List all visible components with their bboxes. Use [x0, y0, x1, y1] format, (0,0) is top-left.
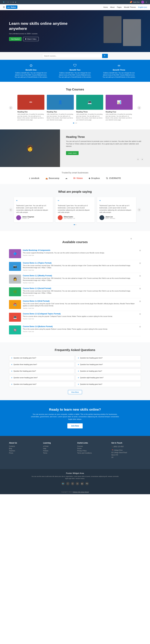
course-desc-2: Add a benefit here. It's perfect for pro… — [76, 113, 103, 121]
footer-youtube-icon[interactable]: ▶ — [81, 482, 84, 485]
courses-prev-button[interactable]: ‹ — [9, 106, 13, 110]
course-expand-icon-2[interactable]: ⊕ — [139, 274, 141, 277]
faq-item-2[interactable]: + Question three heading goes here? — [9, 362, 74, 367]
hamburger-icon[interactable]: ☰ — [3, 6, 5, 8]
course-list-title-6[interactable]: Course Demo 1.6 (Buttons Format) — [23, 326, 108, 328]
footer-link-help[interactable]: Help — [43, 448, 73, 449]
footer-learning-title: Learning — [43, 442, 73, 444]
course-list-title-5[interactable]: Course Demo 1.5 (Collapsed Topics Format… — [23, 313, 113, 315]
course-list-title-3[interactable]: Course Demo 1.3 (Social Format) — [23, 287, 137, 290]
faq-icon-3: + — [78, 364, 79, 366]
search-input[interactable] — [42, 54, 102, 58]
testimonial-avatar-1 — [58, 215, 62, 220]
course-expand-icon-6[interactable]: ⊕ — [139, 326, 141, 328]
footer-link-contacts[interactable]: Contacts — [9, 446, 39, 447]
course-list-title-0[interactable]: Useful Bootstrap 4 Components — [23, 249, 105, 251]
footer: About Us Contacts Blog Teachers Prices L… — [0, 436, 150, 469]
testimonials-next-button[interactable]: › — [137, 208, 141, 212]
top-social-bar: 🐦 f G+ in ▶ ◉ 🔔1 Katie Doe ⚙ — [0, 0, 150, 4]
settings-gear-icon[interactable]: ⚙ — [130, 238, 132, 240]
logo-basecamp: ⛺ Basecamp — [45, 177, 59, 180]
footer-link-policies[interactable]: Policies — [43, 450, 73, 452]
faq-item-7[interactable]: + Question eight heading goes here? — [76, 375, 141, 380]
footer-contact-info: 📞 (800) 123-4567 📍 College Drive 55 Coll… — [111, 446, 141, 459]
course-list-title-1[interactable]: Course Demo 1.1 (Topics Format) — [23, 262, 137, 264]
watch-video-button[interactable]: Watch Video — [23, 37, 39, 41]
footer-googleplus-icon[interactable]: G — [71, 482, 74, 485]
search-button[interactable]: 🔍 — [102, 54, 108, 58]
footer-link-teachers[interactable]: Teachers — [9, 450, 39, 452]
top-courses-section: Top Courses ‹ ✏ Heading One Add a benefi… — [0, 82, 150, 130]
faq-item-5[interactable]: + Question six heading goes here? — [76, 368, 141, 374]
benefit-item-1: 🛡 Benefit Two Outline a benefit here. Yo… — [58, 64, 92, 78]
faq-item-8[interactable]: + Question nine heading goes here? — [9, 382, 74, 387]
logo-cloudflare: ☁ — [65, 177, 67, 180]
testimonials-title: What are people saying — [9, 190, 141, 194]
dot-1[interactable] — [74, 122, 76, 124]
carousel-next-button[interactable]: › — [140, 158, 144, 161]
dot-0[interactable] — [73, 122, 74, 124]
benefit-icon-0: ⊙ — [15, 64, 48, 68]
course-list-title-2[interactable]: Course Demo 1.2 (Weekly Format) — [23, 274, 137, 277]
footer-link-forum[interactable]: Forum — [77, 448, 107, 449]
faq-item-0[interactable]: + Question one heading goes here? — [9, 355, 74, 361]
course-expand-icon-1[interactable]: ⊕ — [139, 262, 141, 264]
carousel-prev-button[interactable]: ‹ — [136, 158, 140, 161]
user-avatar[interactable] — [141, 0, 144, 4]
testimonial-author-1: Olivia Castro San Francisco, US — [58, 215, 92, 220]
footer-linkedin-icon[interactable]: in — [76, 482, 79, 485]
course-desc-1: Add a benefit here. It's perfect for pro… — [47, 113, 74, 121]
footer-link-privacy[interactable]: Privacy Policy — [77, 450, 107, 452]
nav-pages[interactable]: Pages — [117, 6, 121, 8]
join-now-button[interactable]: Join Now — [67, 423, 83, 428]
faq-item-4[interactable]: + Question five heading goes here? — [9, 368, 74, 374]
faq-question-7: Question eight heading goes here? — [80, 377, 104, 378]
testimonial-dot-0[interactable] — [74, 224, 75, 225]
course-list-title-4[interactable]: Course Demo 1.4 (Grid Format) — [23, 300, 137, 302]
footer-instagram-icon[interactable]: 📷 — [85, 482, 89, 485]
footer-facebook-icon[interactable]: f — [66, 482, 69, 485]
rss-icon[interactable]: ◉ — [15, 1, 16, 3]
footer-bottom-link[interactable]: Edwiser Site Setup Wizard — [73, 491, 89, 493]
course-expand-icon-0[interactable]: ⊕ — [139, 249, 141, 252]
google-plus-icon[interactable]: G+ — [8, 1, 9, 3]
carousel-learn-more-button[interactable]: Learn more — [66, 151, 79, 155]
linkedin-icon[interactable]: in — [11, 1, 12, 3]
faq-item-9[interactable]: + Question ten heading goes here? — [76, 382, 141, 387]
course-list-desc-2: This is the course summary excerpt [max:… — [23, 277, 137, 282]
testimonials-prev-button[interactable]: ‹ — [9, 208, 13, 212]
faq-item-1[interactable]: + Question two heading goes here? — [76, 355, 141, 361]
testimonial-dot-1[interactable] — [75, 224, 76, 225]
nav-about[interactable]: About — [110, 6, 115, 8]
course-expand-icon-5[interactable]: ⊕ — [139, 313, 141, 315]
course-list-thumb-3: 🌿 — [9, 287, 21, 296]
footer-link-courses[interactable]: Courses — [77, 446, 107, 447]
faq-title: Frequently Asked Questions — [9, 348, 141, 352]
facebook-icon[interactable]: f — [6, 1, 6, 3]
benefit-item-2: ∞ Benefit Three Outline a benefit here. … — [102, 64, 135, 78]
course-expand-icon-4[interactable]: ⊕ — [139, 300, 141, 302]
dot-2[interactable] — [76, 122, 77, 124]
settings-icon[interactable]: ⚙ — [146, 1, 147, 3]
nav-moodle-themes[interactable]: Moodle Themes — [124, 6, 136, 8]
twitter-icon[interactable]: 🐦 — [3, 1, 5, 3]
youtube-icon[interactable]: ▶ — [13, 1, 14, 3]
footer-link-prices[interactable]: Prices — [9, 452, 39, 454]
notification-bell[interactable]: 🔔1 — [130, 1, 131, 3]
nav-language[interactable]: English (en) — [138, 6, 147, 8]
footer-link-terms[interactable]: Terms — [43, 452, 73, 454]
invision-icon: In — [73, 177, 76, 180]
faq-item-3[interactable]: + Question four heading goes here? — [76, 362, 141, 367]
faq-item-6[interactable]: + Question seven heading goes here? — [9, 375, 74, 380]
course-expand-icon-3[interactable]: ⊕ — [139, 287, 141, 290]
hero-image-1 — [104, 16, 121, 43]
view-more-button[interactable]: View More — [68, 390, 82, 394]
footer-link-blog[interactable]: Blog — [9, 448, 39, 449]
footer-link-terms-conditions[interactable]: Terms and Conditions — [77, 452, 107, 454]
get-started-button[interactable]: Get Started — [9, 37, 22, 41]
footer-twitter-icon[interactable]: 🐦 — [61, 482, 65, 485]
testimonial-name-2: Jason Lee — [105, 216, 115, 218]
nav-home[interactable]: Home — [103, 6, 108, 8]
courses-next-button[interactable]: › — [137, 106, 141, 110]
footer-link-eportal[interactable]: e-Portal — [43, 446, 73, 447]
